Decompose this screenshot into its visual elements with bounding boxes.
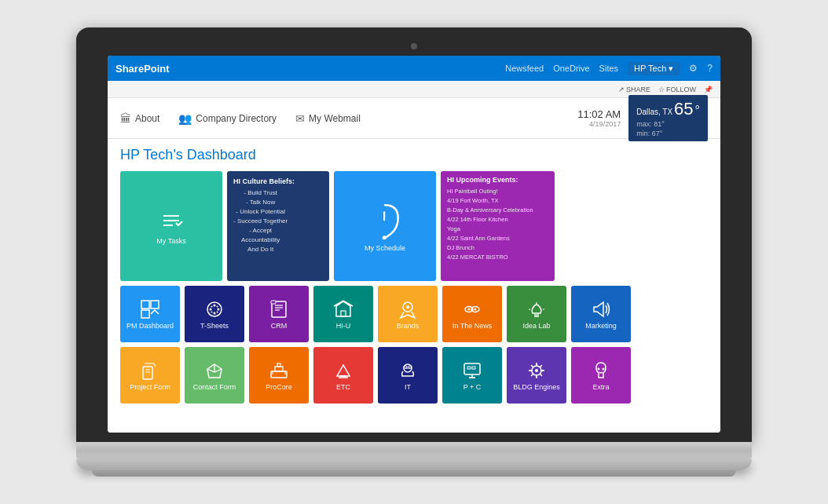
follow-button[interactable]: ☆ FOLLOW (658, 86, 696, 93)
tile-project-form[interactable]: Project Form (120, 347, 180, 404)
laptop-container: SharePoint Newsfeed OneDrive Sites HP Te… (76, 27, 752, 477)
events-title: HI Upcoming Events: (447, 176, 518, 184)
tile-tsheets[interactable]: T-Sheets (185, 286, 244, 342)
svg-point-8 (210, 309, 212, 311)
weather-unit: ° (695, 103, 700, 119)
tile-bldg-label: BLDG Engines (513, 383, 560, 392)
tile-idea-lab[interactable]: Idea Lab (507, 286, 566, 342)
tile-pc[interactable]: P + C (442, 347, 502, 404)
star-icon: ☆ (658, 86, 665, 93)
svg-rect-47 (472, 367, 475, 369)
screen-bezel: SharePoint Newsfeed OneDrive Sites HP Te… (76, 27, 752, 442)
mail-icon: ✉ (295, 112, 305, 125)
tile-schedule-label: My Schedule (365, 244, 405, 253)
tile-etc-label: ETC (336, 383, 350, 392)
weather-widget: Dallas, TX 65 ° max: 81° min: 67° (628, 95, 708, 142)
sites-link[interactable]: Sites (599, 64, 618, 73)
time-display: 11:02 AM 4/19/2017 (577, 108, 621, 128)
site-navbar: 🏛 About 👥 Company Directory ✉ My Webmail… (108, 98, 720, 139)
svg-rect-19 (341, 311, 346, 316)
tile-crm-label: CRM (271, 322, 288, 331)
laptop-foot (92, 470, 736, 477)
tile-brands-label: Brands (397, 322, 419, 331)
laptop-stand (76, 459, 752, 470)
tile-culture[interactable]: HI Culture Beliefs: - Build Trust- Talk … (227, 171, 329, 281)
culture-text: - Build Trust- Talk Now- Unlock Potentia… (233, 188, 288, 254)
svg-rect-2 (141, 301, 149, 309)
pin-icon: 📌 (704, 86, 713, 93)
tile-marketing[interactable]: Marketing (571, 286, 631, 342)
culture-title: HI Culture Beliefs: (233, 177, 295, 185)
svg-rect-46 (467, 367, 471, 369)
svg-point-25 (474, 309, 477, 311)
events-text: HI Paintball Outing!4/19 Fort Worth, TXB… (447, 187, 533, 262)
about-icon: 🏛 (120, 112, 131, 125)
webmail-nav[interactable]: ✉ My Webmail (295, 112, 361, 125)
tile-extra-label: Extra (592, 383, 609, 392)
share-button[interactable]: ↗ SHARE (618, 86, 650, 93)
tiles-row-1: My Tasks HI Culture Beliefs: - Build Tru… (120, 171, 708, 281)
tile-extra[interactable]: Extra (571, 347, 631, 404)
weather-max: max: 81° (636, 120, 700, 130)
tile-my-tasks[interactable]: My Tasks (120, 171, 222, 281)
tile-pc-label: P + C (463, 383, 482, 392)
weather-temp: 65 (674, 98, 693, 121)
tile-crm[interactable]: CRM (249, 286, 309, 342)
tile-bldg-engines[interactable]: BLDG Engines (507, 347, 566, 404)
svg-point-49 (535, 369, 538, 372)
svg-point-21 (406, 305, 409, 309)
tile-hiu[interactable]: HI-U (313, 286, 373, 342)
tile-it[interactable]: IT (378, 347, 438, 404)
tile-idea-lab-label: Idea Lab (522, 322, 550, 331)
tiles-row-3: Project Form Contact Form (120, 347, 708, 404)
svg-point-0 (383, 236, 387, 239)
tile-my-tasks-label: My Tasks (156, 237, 185, 246)
svg-rect-18 (271, 301, 276, 304)
help-icon[interactable]: ? (707, 63, 713, 74)
sharepoint-logo: SharePoint (115, 63, 170, 75)
settings-icon[interactable]: ⚙ (689, 63, 698, 74)
svg-point-12 (217, 306, 218, 308)
tile-brands[interactable]: Brands (378, 286, 438, 342)
svg-point-24 (468, 309, 471, 311)
tile-marketing-label: Marketing (585, 322, 617, 331)
tile-procore-label: ProCore (266, 383, 292, 392)
tile-pm-label: PM Dashboard (126, 322, 174, 331)
svg-point-7 (214, 312, 216, 315)
about-nav[interactable]: 🏛 About (120, 112, 159, 125)
camera (411, 43, 417, 49)
tile-it-label: IT (405, 383, 411, 392)
tile-project-form-label: Project Form (130, 383, 170, 392)
tile-pm-dashboard[interactable]: PM Dashboard (120, 286, 180, 342)
main-content: HP Tech's Dashboard My Tasks HI Culture … (108, 139, 720, 433)
laptop-base (76, 442, 752, 459)
hp-tech-link[interactable]: HP Tech ▾ (628, 62, 680, 75)
svg-point-6 (214, 305, 216, 307)
tile-my-schedule[interactable]: My Schedule (334, 171, 436, 281)
dashboard-title: HP Tech's Dashboard (120, 147, 708, 163)
tile-procore[interactable]: ProCore (249, 347, 309, 404)
tile-tsheets-label: T-Sheets (200, 322, 229, 331)
svg-point-10 (211, 306, 213, 308)
share-icon: ↗ (618, 86, 625, 93)
svg-point-50 (598, 368, 600, 371)
newsfeed-link[interactable]: Newsfeed (505, 64, 544, 73)
tile-etc[interactable]: ETC (313, 347, 373, 404)
tile-in-the-news[interactable]: In The News (442, 286, 502, 342)
weather-city: Dallas, TX (636, 107, 672, 117)
tile-contact-form-label: Contact Form (193, 383, 236, 392)
tiles-row-2: PM Dashboard (120, 286, 708, 342)
tile-events[interactable]: HI Upcoming Events: HI Paintball Outing!… (441, 171, 555, 281)
tile-news-label: In The News (452, 322, 492, 331)
onedrive-link[interactable]: OneDrive (553, 64, 589, 73)
pin-button[interactable]: 📌 (704, 86, 713, 93)
svg-rect-4 (141, 310, 149, 318)
svg-rect-34 (275, 367, 283, 371)
svg-rect-30 (143, 367, 152, 379)
svg-point-9 (218, 309, 220, 311)
svg-rect-3 (151, 301, 159, 309)
weather-min: min: 67° (636, 130, 700, 139)
tile-contact-form[interactable]: Contact Form (185, 347, 244, 404)
svg-rect-33 (271, 371, 287, 378)
company-directory-nav[interactable]: 👥 Company Directory (178, 112, 277, 125)
